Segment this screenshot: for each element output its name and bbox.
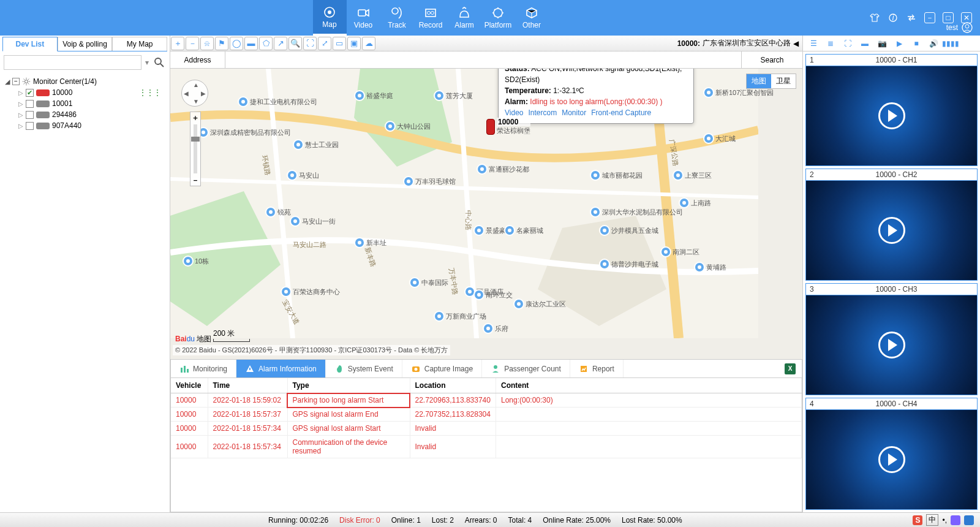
ime-icon[interactable]: S xyxy=(913,515,922,525)
col-content[interactable]: Content xyxy=(496,378,801,393)
popup-link-video[interactable]: Video xyxy=(505,108,523,117)
address-search-button[interactable]: Search xyxy=(741,51,802,68)
line-tool[interactable]: ↗ xyxy=(274,37,287,50)
stop-icon[interactable]: ■ xyxy=(911,38,922,49)
ime-lang[interactable]: 中 xyxy=(926,514,938,526)
poi-marker[interactable] xyxy=(287,170,298,181)
poi-marker[interactable] xyxy=(434,311,445,322)
poi-marker[interactable] xyxy=(694,262,705,273)
bottom-tab-capture-image[interactable]: Capture Image xyxy=(402,360,482,377)
poi-marker[interactable] xyxy=(265,207,276,218)
nav-other[interactable]: Other xyxy=(515,0,549,36)
list2-icon[interactable]: ≣ xyxy=(825,38,836,49)
left-tab-0[interactable]: Dev List xyxy=(2,37,58,51)
play-all-icon[interactable]: ▶ xyxy=(894,38,905,49)
map-type-satellite[interactable]: 卫星 xyxy=(771,74,796,88)
poi-marker[interactable] xyxy=(293,139,304,150)
play-icon[interactable] xyxy=(878,102,905,129)
map-canvas[interactable]: 捷和工业电机有限公司裕盛华庭莲芳大厦深圳森成精密制品有限公司慧士工业园大钟山公园… xyxy=(170,69,802,359)
map-pan-control[interactable]: ▲▼ ◀▶ xyxy=(181,80,208,107)
poi-marker[interactable] xyxy=(599,259,610,270)
find-tool[interactable]: 🔍 xyxy=(288,37,302,50)
fullscreen-icon[interactable]: ⛶ xyxy=(842,38,853,49)
poi-marker[interactable] xyxy=(403,176,414,187)
chevron-left-icon[interactable]: ◀ xyxy=(793,39,799,48)
sound-icon[interactable]: 🔊 xyxy=(928,38,939,49)
screen-icon[interactable]: ▬ xyxy=(859,38,870,49)
col-vehicle[interactable]: Vehicle xyxy=(171,378,208,393)
rect-tool[interactable]: ▬ xyxy=(244,37,258,50)
play-icon[interactable] xyxy=(878,332,905,358)
play-icon[interactable] xyxy=(878,446,905,473)
popup-link-intercom[interactable]: Intercom xyxy=(528,108,557,117)
list-icon[interactable]: ☰ xyxy=(808,38,819,49)
poi-marker[interactable] xyxy=(599,225,610,236)
tree-root[interactable]: ◢ − Monitor Center(1/4) xyxy=(5,76,165,87)
zoom-out-tool[interactable]: － xyxy=(186,37,199,50)
device-10001[interactable]: ▷10001 xyxy=(5,98,165,109)
video-tile-1[interactable]: 110000 - CH1 xyxy=(805,54,978,166)
map-zoom-control[interactable]: ＋ － xyxy=(190,112,201,186)
checkbox-icon[interactable] xyxy=(26,100,34,108)
bottom-tab-passenger-count[interactable]: Passenger Count xyxy=(482,360,570,377)
poi-marker[interactable] xyxy=(483,323,494,334)
poi-marker[interactable] xyxy=(290,216,301,227)
zoom-slider-handle[interactable] xyxy=(191,137,200,142)
video-tile-3[interactable]: 310000 - CH3 xyxy=(805,283,978,395)
poly-tool[interactable]: ⬠ xyxy=(259,37,273,50)
label-tool[interactable]: ▭ xyxy=(333,37,346,50)
poi-marker[interactable] xyxy=(660,246,671,257)
nav-alarm[interactable]: Alarm xyxy=(448,0,481,36)
poi-marker[interactable] xyxy=(703,133,714,144)
cluster-tool[interactable]: ☁ xyxy=(362,37,375,50)
checkbox-icon[interactable] xyxy=(26,111,34,119)
search-icon[interactable] xyxy=(153,56,166,69)
poi-marker[interactable] xyxy=(679,197,690,208)
export-excel-button[interactable]: X xyxy=(778,360,802,377)
poi-marker[interactable] xyxy=(703,87,714,98)
nav-record[interactable]: Record xyxy=(414,0,448,36)
camera-icon[interactable]: 📷 xyxy=(876,38,888,49)
left-tab-2[interactable]: My Map xyxy=(112,37,167,51)
poi-marker[interactable] xyxy=(477,164,488,175)
poi-marker[interactable] xyxy=(590,207,601,218)
video-tile-4[interactable]: 410000 - CH4 xyxy=(805,398,978,510)
tray-icon-1[interactable]: •, xyxy=(942,516,947,525)
col-type[interactable]: Type xyxy=(287,378,410,393)
checkbox-icon[interactable]: ✔ xyxy=(26,89,34,97)
left-tab-1[interactable]: Voip & polling xyxy=(58,37,113,51)
info-icon[interactable]: i xyxy=(887,12,899,24)
poi-marker[interactable] xyxy=(673,170,684,181)
device-294486[interactable]: ▷294486 xyxy=(5,109,165,120)
device-907A440[interactable]: ▷907A440 xyxy=(5,120,165,131)
table-row[interactable]: 100002022-01-18 15:57:34GPS signal lost … xyxy=(171,422,802,436)
poi-marker[interactable] xyxy=(434,90,445,101)
poi-marker[interactable] xyxy=(409,277,420,288)
zoom-in-button[interactable]: ＋ xyxy=(190,112,200,123)
header-user[interactable]: test xyxy=(946,22,973,33)
bottom-tab-monitoring[interactable]: Monitoring xyxy=(171,360,236,377)
marker-tool[interactable]: ⍾ xyxy=(200,37,214,50)
zoom-out-button[interactable]: － xyxy=(190,175,200,186)
tray-icon-3[interactable] xyxy=(964,515,974,525)
minimize-icon[interactable]: － xyxy=(924,12,936,24)
poi-marker[interactable] xyxy=(238,96,249,107)
swap-icon[interactable] xyxy=(905,12,918,24)
popup-link-monitor[interactable]: Monitor xyxy=(562,108,586,117)
nav-track[interactable]: Track xyxy=(380,0,414,36)
bottom-tab-alarm-information[interactable]: Alarm Information xyxy=(236,360,326,377)
signal-icon[interactable]: ▮▮▮▮ xyxy=(945,38,956,49)
region-tool[interactable]: ⛶ xyxy=(303,37,317,50)
zoom-in-tool[interactable]: ＋ xyxy=(171,37,184,50)
nav-platform[interactable]: Platform xyxy=(481,0,515,36)
tshirt-icon[interactable] xyxy=(869,12,881,24)
col-time[interactable]: Time xyxy=(208,378,287,393)
table-row[interactable]: 100002022-01-18 15:57:37GPS signal lost … xyxy=(171,408,802,422)
poi-marker[interactable] xyxy=(183,256,194,267)
poi-marker[interactable] xyxy=(385,121,396,132)
poi-marker[interactable] xyxy=(354,90,365,101)
bottom-tab-system-event[interactable]: System Event xyxy=(326,360,402,377)
poi-marker[interactable] xyxy=(590,170,601,181)
play-icon[interactable] xyxy=(878,217,905,244)
flag-tool[interactable]: ⚑ xyxy=(215,37,228,50)
